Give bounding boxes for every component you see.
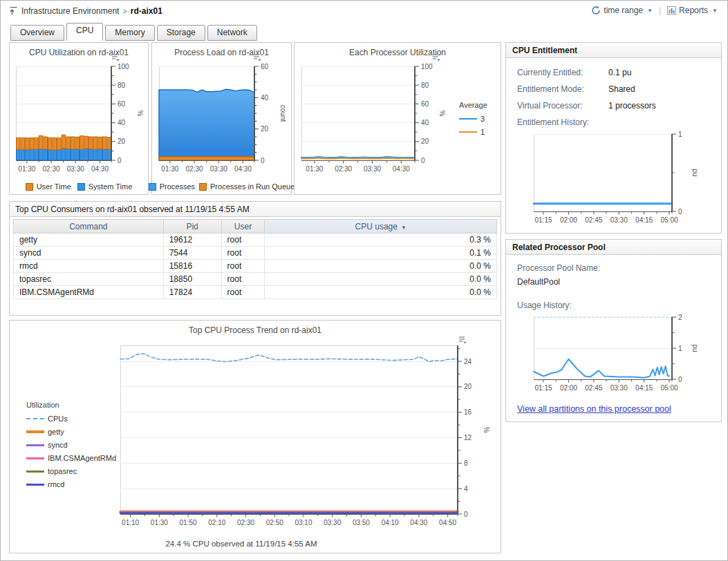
panel-related-processor-pool: Related Processor Pool Processor Pool Na… (505, 239, 722, 422)
view-all-partitions-link[interactable]: View all partitions on this processor po… (517, 404, 671, 414)
svg-text:pu: pu (691, 344, 699, 352)
legend-item: rmcd (26, 480, 118, 488)
svg-text:04:15: 04:15 (635, 216, 653, 224)
field-label: Entitlement Mode: (517, 84, 584, 94)
field-label: Currently Entitled: (517, 68, 583, 77)
column-header-cpu-usage[interactable]: CPU usage▼ (265, 220, 497, 234)
breadcrumb-parent[interactable]: Infrastructure Environment (21, 6, 119, 16)
svg-text:04:30: 04:30 (393, 165, 410, 173)
svg-text:03:30: 03:30 (610, 384, 628, 392)
legend-item: 1 (459, 128, 487, 136)
svg-text:01:50: 01:50 (180, 519, 197, 526)
tab-network[interactable]: Network (207, 25, 257, 41)
legend-label: 3 (480, 115, 485, 123)
svg-text:01:30: 01:30 (151, 519, 168, 526)
tab-memory[interactable]: Memory (105, 25, 154, 41)
chart-options-icon[interactable] (432, 53, 441, 61)
legend-label: System Time (88, 182, 133, 191)
table-cell: 15816 (163, 260, 221, 273)
panel-title: CPU Entitlement (506, 43, 721, 58)
svg-text:03:30: 03:30 (610, 216, 628, 224)
svg-text:24: 24 (464, 358, 472, 365)
svg-text:16: 16 (464, 408, 472, 416)
legend-item: Processes in Run Queue (199, 182, 295, 191)
panel-cpu-utilization: CPU Utilization on rd-aix01 020406080100… (9, 42, 149, 195)
table-row: IBM.CSMAgentRMd17824root0.0 % (14, 286, 497, 299)
table-cell: 0.3 % (265, 234, 497, 247)
svg-text:20: 20 (118, 137, 126, 145)
svg-text:80: 80 (421, 82, 429, 89)
tab-cpu[interactable]: CPU (66, 23, 103, 41)
legend-label: User Time (37, 182, 71, 191)
legend-item: IBM.CSMAgentRMd (26, 454, 118, 462)
table-cell: 17824 (163, 286, 221, 299)
process-trend-chart[interactable]: 04812162024%01:1001:3001:5002:1002:3002:… (118, 340, 496, 535)
table-cell: rmcd (14, 260, 164, 273)
time-range-control[interactable]: time range ▼ (591, 6, 653, 15)
reports-icon (667, 6, 676, 15)
legend-swatch (26, 457, 44, 459)
svg-text:04:30: 04:30 (234, 165, 252, 173)
chart-options-icon[interactable] (253, 53, 262, 61)
time-range-icon (591, 6, 601, 15)
legend-title: Average (459, 101, 487, 109)
table-cell: syncd (14, 247, 164, 260)
table-cell: IBM.CSMAgentRMd (14, 286, 164, 299)
top-level-icon[interactable] (9, 6, 18, 16)
panel-cpu-entitlement: CPU Entitlement Currently Entitled: 0.1 … (505, 42, 722, 234)
chevron-down-icon: ▼ (647, 8, 653, 14)
svg-text:02:30: 02:30 (43, 165, 60, 173)
svg-text:60: 60 (118, 100, 126, 108)
field-value: Shared (608, 84, 635, 94)
column-header-pid[interactable]: Pid (163, 220, 221, 234)
table-cell: root (221, 260, 265, 273)
usage-history-chart[interactable]: 012pu01:1502:0002:4503:3004:1505:00 (530, 313, 704, 397)
chevron-down-icon: ▼ (712, 8, 718, 14)
column-header-user[interactable]: User (221, 220, 265, 234)
svg-text:100: 100 (118, 63, 129, 70)
each-processor-chart[interactable]: 020406080100%01:3002:3003:3004:30 (297, 62, 451, 180)
legend-label: IBM.CSMAgentRMd (48, 454, 116, 462)
panel-process-load: Process Load on rd-aix01 0204060count01:… (151, 42, 292, 195)
svg-text:pu: pu (691, 169, 699, 176)
svg-text:04:30: 04:30 (410, 519, 427, 526)
svg-text:12: 12 (464, 434, 472, 441)
svg-text:02:10: 02:10 (208, 519, 225, 526)
divider: | (659, 6, 661, 15)
field-label: Processor Pool Name: (517, 263, 600, 273)
breadcrumb-separator: > (122, 7, 127, 15)
legend-swatch (77, 183, 85, 191)
cpu-utilization-chart[interactable]: 020406080100%01:3002:3003:3004:30 (12, 62, 146, 180)
legend-item: System Time (77, 182, 133, 191)
svg-text:40: 40 (261, 94, 269, 102)
chart-options-icon[interactable] (111, 53, 120, 61)
entitlement-history-chart[interactable]: 01pu01:1502:0002:4503:3004:1505:00 (530, 130, 704, 229)
legend-item: 3 (459, 115, 487, 123)
field-value: 1 processors (608, 101, 656, 111)
column-header-command[interactable]: Command (14, 220, 164, 234)
svg-text:01:15: 01:15 (534, 384, 552, 392)
breadcrumb-current: rd-aix01 (131, 6, 162, 16)
time-range-label: time range (604, 6, 643, 15)
tab-storage[interactable]: Storage (157, 25, 205, 41)
header-controls: time range ▼ | Reports ▼ (591, 6, 718, 15)
process-load-chart[interactable]: 0204060count01:3002:3003:3004:30 (155, 62, 289, 180)
legend-item: User Time (26, 182, 71, 191)
reports-control[interactable]: Reports ▼ (667, 6, 718, 15)
svg-text:02:00: 02:00 (560, 216, 577, 224)
table-row: syncd7544root0.1 % (14, 247, 497, 260)
svg-text:2: 2 (678, 314, 682, 321)
field-label: Virtual Processor: (517, 101, 582, 111)
table-cell: root (221, 247, 265, 260)
table-row: rmcd15816root0.0 % (14, 260, 497, 273)
legend-swatch (459, 118, 477, 120)
svg-text:04:50: 04:50 (439, 519, 456, 526)
svg-text:03:30: 03:30 (324, 519, 341, 526)
tab-overview[interactable]: Overview (10, 25, 64, 41)
svg-text:%: % (438, 111, 446, 117)
legend-label: Processes (160, 182, 195, 191)
svg-text:0: 0 (261, 157, 265, 164)
chart-legend: Average31 (459, 101, 487, 136)
svg-text:20: 20 (261, 125, 269, 133)
table-cell: 0.0 % (265, 273, 497, 286)
